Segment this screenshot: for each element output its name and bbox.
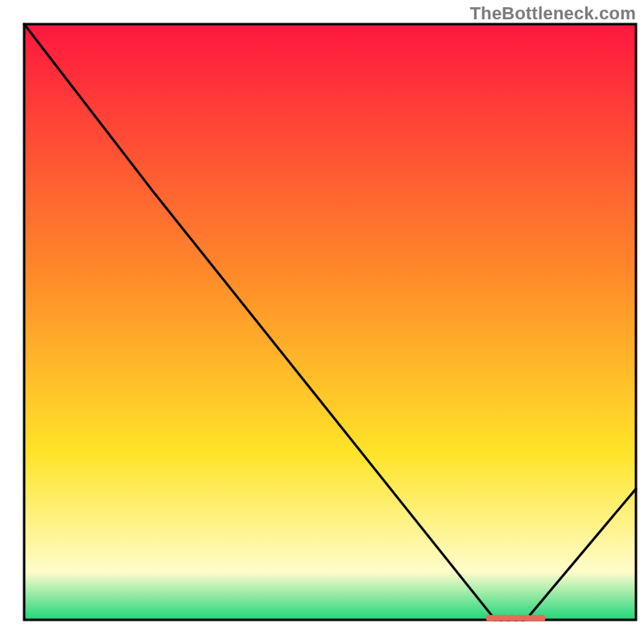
bottleneck-chart	[0, 0, 644, 644]
chart-container: { "attribution": "TheBottleneck.com", "c…	[0, 0, 644, 644]
gradient-background	[24, 24, 636, 620]
